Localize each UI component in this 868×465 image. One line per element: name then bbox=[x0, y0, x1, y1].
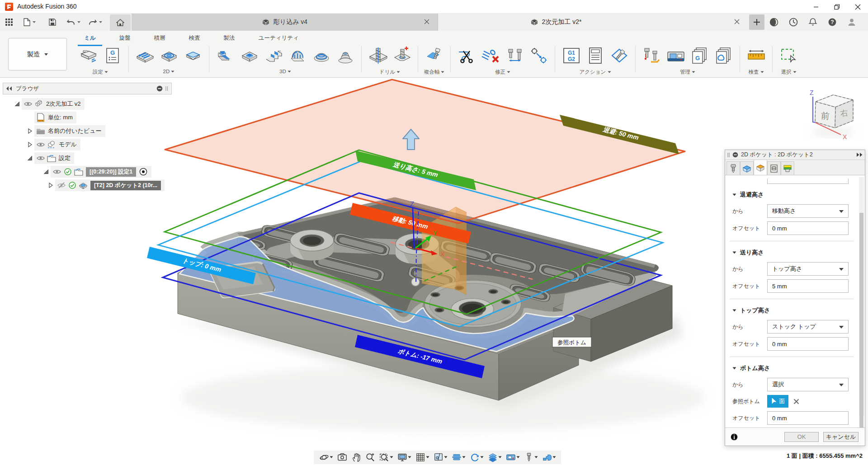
ribbon-group-label[interactable]: 設定 bbox=[93, 69, 108, 75]
ribbon-tab[interactable]: ユーティリティ bbox=[247, 33, 311, 44]
ribbon-group-label[interactable]: 修正 bbox=[495, 69, 510, 75]
browser-panel-header[interactable]: ブラウザ bbox=[3, 83, 172, 94]
notifications-icon[interactable] bbox=[808, 18, 818, 28]
section-header[interactable]: 退避高さ bbox=[725, 184, 859, 201]
cancel-button[interactable]: キャンセル bbox=[823, 432, 859, 442]
tool-library-icon[interactable] bbox=[640, 45, 663, 66]
dialog-tab-heights[interactable] bbox=[754, 160, 767, 175]
expander-expanded-icon[interactable] bbox=[13, 99, 22, 109]
ok-button[interactable]: OK bbox=[784, 432, 819, 442]
machine-library-icon[interactable] bbox=[664, 45, 687, 66]
delete-path-icon[interactable] bbox=[479, 45, 502, 66]
dialog-scrollbar[interactable] bbox=[859, 177, 864, 416]
section-header[interactable]: トップ高さ bbox=[725, 300, 859, 316]
tree-item-label[interactable]: [T2] 2D ポケット2 (10r... bbox=[90, 181, 161, 190]
collapse-panel-icon[interactable] bbox=[6, 86, 12, 91]
tab-close-icon[interactable] bbox=[734, 19, 741, 26]
document-tab-inactive[interactable]: 彫り込み v4 bbox=[132, 14, 438, 31]
chamfer2d-icon[interactable] bbox=[181, 45, 204, 66]
multiaxis-icon[interactable] bbox=[423, 45, 446, 66]
tap-icon[interactable] bbox=[390, 45, 413, 66]
look-at-button[interactable] bbox=[335, 451, 349, 464]
machine-nav-button[interactable] bbox=[504, 451, 521, 464]
input-0-1[interactable]: 0 mm bbox=[767, 221, 849, 235]
minimize-button[interactable] bbox=[806, 0, 826, 14]
ribbon-tab[interactable]: ミル bbox=[72, 33, 108, 44]
pan-button[interactable] bbox=[349, 451, 363, 464]
expander-collapsed-icon[interactable] bbox=[25, 126, 34, 136]
orbit-button[interactable] bbox=[317, 451, 335, 464]
adaptive2d-icon[interactable] bbox=[157, 45, 180, 66]
new-tab-button[interactable] bbox=[749, 14, 764, 30]
simulate-action-icon[interactable] bbox=[608, 45, 631, 66]
expander-expanded-icon[interactable] bbox=[42, 167, 51, 177]
view-cube-body[interactable]: 前 右 bbox=[815, 95, 853, 128]
dialog-minimize-icon[interactable] bbox=[732, 152, 738, 158]
expander-collapsed-icon[interactable] bbox=[46, 180, 55, 190]
browser-tree-row[interactable]: 単位: mm bbox=[3, 111, 172, 124]
ribbon-group-label[interactable]: 選択 bbox=[781, 69, 796, 75]
file-menu-button[interactable] bbox=[24, 17, 36, 27]
profile-icon[interactable] bbox=[847, 18, 857, 28]
dropdown-2-0[interactable]: ストック トップ bbox=[767, 320, 849, 333]
trim-path-icon[interactable] bbox=[455, 45, 478, 66]
compare-button[interactable] bbox=[486, 451, 503, 464]
post-library-icon[interactable]: G bbox=[688, 45, 711, 66]
ribbon-group-label[interactable]: 検査 bbox=[748, 69, 764, 75]
browser-tree-row[interactable]: 設定 bbox=[3, 151, 172, 165]
ribbon-tab[interactable]: 積層 bbox=[142, 33, 177, 44]
save-button[interactable] bbox=[49, 17, 56, 27]
dialog-header[interactable]: 2D ポケット : 2D ポケット2 bbox=[725, 150, 865, 160]
browser-tree-row[interactable]: 名前の付いたビュー bbox=[3, 124, 172, 138]
steps3d-icon[interactable] bbox=[262, 45, 285, 66]
panel-minimize-icon[interactable] bbox=[156, 85, 163, 92]
tree-item-label[interactable]: モデル bbox=[59, 141, 77, 149]
dialog-tab-linking[interactable] bbox=[781, 161, 794, 175]
visibility-eye-icon[interactable] bbox=[36, 140, 45, 150]
browser-tree-row[interactable]: モデル bbox=[3, 138, 172, 151]
adaptive3d-icon[interactable] bbox=[214, 45, 237, 66]
section-header[interactable]: ボトム高さ bbox=[725, 358, 859, 374]
expander-collapsed-icon[interactable] bbox=[25, 140, 34, 150]
input-3-2[interactable]: 0 mm bbox=[767, 411, 849, 425]
workspace-selector[interactable]: 製造 bbox=[8, 38, 67, 70]
dropdown-1-0[interactable]: トップ高さ bbox=[767, 262, 849, 276]
ribbon-tab[interactable]: 検査 bbox=[177, 33, 212, 44]
ribbon-tab[interactable]: 旋盤 bbox=[108, 33, 142, 44]
browser-tree-row[interactable]: [T2] 2D ポケット2 (10r... bbox=[3, 178, 172, 192]
measure-icon[interactable] bbox=[745, 45, 768, 66]
simulate-nav-button[interactable] bbox=[468, 451, 485, 464]
template-library-icon[interactable] bbox=[712, 45, 735, 66]
undo-button[interactable] bbox=[67, 17, 81, 27]
input-1-1[interactable]: 5 mm bbox=[767, 279, 849, 293]
redo-button[interactable] bbox=[89, 17, 103, 27]
ribbon-tab[interactable]: 製法 bbox=[212, 33, 247, 44]
input-2-1[interactable]: 0 mm bbox=[767, 337, 849, 351]
clear-selection-icon[interactable] bbox=[793, 399, 799, 404]
visibility-eye-icon[interactable] bbox=[36, 153, 45, 163]
morph3d-icon[interactable] bbox=[310, 45, 333, 66]
visibility-eye-icon[interactable] bbox=[52, 167, 61, 177]
ribbon-group-label[interactable]: 管理 bbox=[680, 69, 695, 75]
setup-sheet-icon[interactable] bbox=[584, 45, 607, 66]
ribbon-group-label[interactable]: アクション bbox=[579, 69, 611, 75]
view-cube[interactable]: 前 右 Z X bbox=[787, 81, 866, 149]
face2d-icon[interactable] bbox=[133, 45, 156, 66]
ribbon-group-label[interactable]: 2D bbox=[163, 69, 175, 74]
section-header[interactable]: 送り高さ bbox=[725, 242, 859, 258]
ribbon-group-label[interactable]: 複合軸 bbox=[424, 69, 445, 75]
face-select-button[interactable]: 面 bbox=[767, 395, 788, 408]
maximize-button[interactable] bbox=[826, 0, 847, 14]
spiral3d-icon[interactable] bbox=[334, 45, 357, 66]
dialog-expand-icon[interactable] bbox=[856, 152, 863, 157]
zoom-button[interactable] bbox=[363, 451, 377, 464]
browser-tree-row[interactable]: 2次元加工 v2 bbox=[3, 97, 172, 111]
viewports-button[interactable] bbox=[432, 451, 449, 464]
dialog-tab-geometry[interactable] bbox=[740, 161, 754, 175]
dialog-tab-passes[interactable] bbox=[767, 161, 781, 175]
post-g1g2-icon[interactable]: G1G2 bbox=[560, 45, 583, 66]
visibility-eye-slash-icon[interactable] bbox=[57, 180, 66, 190]
dialog-scrollbar-thumb[interactable] bbox=[859, 213, 863, 427]
tree-item-label[interactable]: 名前の付いたビュー bbox=[48, 127, 102, 135]
steps-button[interactable] bbox=[450, 451, 467, 464]
